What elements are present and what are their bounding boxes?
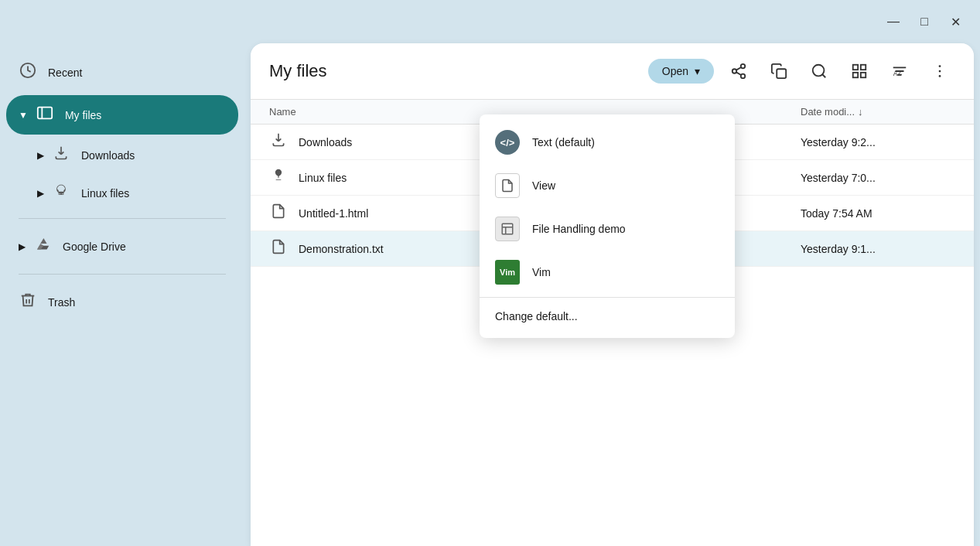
sidebar-item-google-drive[interactable]: ▶ Google Drive — [6, 227, 238, 266]
file-handling-label: File Handling demo — [532, 223, 626, 235]
my-files-chevron: ▼ — [19, 110, 28, 121]
svg-rect-13 — [853, 73, 858, 77]
file-date: Yesterday 9:1... — [801, 243, 955, 255]
change-default-label: Change default... — [495, 310, 578, 322]
toolbar: My files Open ▾ — [251, 43, 974, 100]
maximize-button[interactable]: □ — [912, 9, 937, 34]
linux-files-icon — [52, 183, 70, 203]
share-button[interactable] — [723, 56, 754, 87]
svg-point-5 — [741, 74, 746, 79]
sidebar-item-recent[interactable]: Recent — [6, 53, 238, 92]
text-default-icon: </> — [495, 130, 520, 155]
sidebar-sub-downloads: ▶ Downloads — [6, 138, 238, 172]
svg-point-4 — [732, 69, 737, 73]
minimize-button[interactable]: — — [881, 9, 906, 34]
open-button[interactable]: Open ▾ — [648, 59, 714, 84]
linux-files-label: Linux files — [81, 187, 129, 200]
sort-button[interactable]: AZ — [884, 56, 915, 87]
svg-text:AZ: AZ — [893, 70, 902, 77]
column-date[interactable]: Date modi... ↓ — [801, 106, 955, 118]
dropdown-item-vim[interactable]: Vim Vim — [480, 251, 735, 294]
file-date: Yesterday 9:2... — [801, 136, 955, 148]
svg-rect-22 — [502, 224, 513, 234]
change-default-button[interactable]: Change default... — [480, 301, 735, 332]
view-icon — [495, 173, 520, 198]
svg-point-9 — [813, 65, 825, 77]
open-button-label: Open — [662, 65, 688, 77]
svg-rect-8 — [777, 69, 786, 78]
titlebar: — □ ✕ — [0, 0, 980, 43]
svg-line-6 — [736, 72, 741, 75]
svg-point-21 — [939, 75, 941, 77]
svg-rect-11 — [853, 65, 858, 70]
text-default-label: Text (default) — [532, 136, 595, 148]
recent-icon — [19, 62, 37, 83]
close-button[interactable]: ✕ — [943, 9, 968, 34]
downloads-file-icon — [269, 132, 288, 152]
sidebar: Recent ▼ My files ▶ Dow — [0, 43, 244, 546]
file-date: Today 7:54 AM — [801, 207, 955, 220]
google-drive-chevron: ▶ — [19, 241, 26, 252]
grid-view-button[interactable] — [844, 56, 875, 87]
sidebar-divider-1 — [19, 218, 226, 219]
more-options-button[interactable] — [924, 56, 955, 87]
my-files-icon — [36, 104, 54, 125]
open-dropdown-arrow-icon: ▾ — [695, 65, 700, 77]
dropdown-divider — [480, 297, 735, 298]
page-title: My files — [269, 61, 639, 81]
sidebar-item-linux-files[interactable]: ▶ Linux files — [25, 176, 238, 210]
dropdown-item-text-default[interactable]: </> Text (default) — [480, 121, 735, 164]
vim-icon: Vim — [495, 260, 520, 285]
svg-line-7 — [736, 67, 741, 70]
sidebar-item-trash[interactable]: Trash — [6, 282, 238, 322]
sidebar-item-downloads[interactable]: ▶ Downloads — [25, 138, 238, 172]
svg-point-20 — [939, 70, 941, 73]
svg-rect-1 — [38, 107, 52, 119]
file-date: Yesterday 7:0... — [801, 172, 955, 184]
svg-point-3 — [741, 64, 746, 69]
recent-label: Recent — [48, 67, 82, 79]
dropdown-item-file-handling-demo[interactable]: File Handling demo — [480, 207, 735, 251]
svg-rect-14 — [861, 73, 866, 77]
html-file-icon — [269, 203, 288, 223]
file-handling-icon — [495, 217, 520, 241]
downloads-label: Downloads — [81, 149, 135, 162]
sidebar-item-my-files[interactable]: ▼ My files — [6, 95, 238, 135]
google-drive-label: Google Drive — [63, 241, 126, 253]
my-files-label: My files — [65, 109, 101, 121]
vim-label: Vim — [532, 266, 551, 278]
sidebar-sub-linux: ▶ Linux files — [6, 176, 238, 210]
search-button[interactable] — [804, 56, 835, 87]
view-label: View — [532, 179, 555, 192]
open-dropdown-menu: </> Text (default) View File Handling de… — [480, 114, 735, 338]
sort-arrow-icon: ↓ — [858, 106, 863, 118]
txt-file-icon — [269, 239, 288, 258]
dropdown-item-view[interactable]: View — [480, 164, 735, 207]
trash-label: Trash — [48, 296, 75, 309]
linux-file-icon — [269, 168, 288, 187]
copy-button[interactable] — [763, 56, 794, 87]
trash-icon — [19, 292, 37, 312]
sidebar-divider-2 — [19, 274, 226, 275]
svg-rect-12 — [861, 65, 866, 70]
svg-point-19 — [939, 65, 941, 67]
svg-line-10 — [822, 74, 825, 77]
google-drive-icon — [33, 236, 52, 257]
linux-chevron: ▶ — [37, 188, 44, 199]
downloads-icon — [52, 145, 70, 165]
downloads-chevron: ▶ — [37, 150, 44, 161]
